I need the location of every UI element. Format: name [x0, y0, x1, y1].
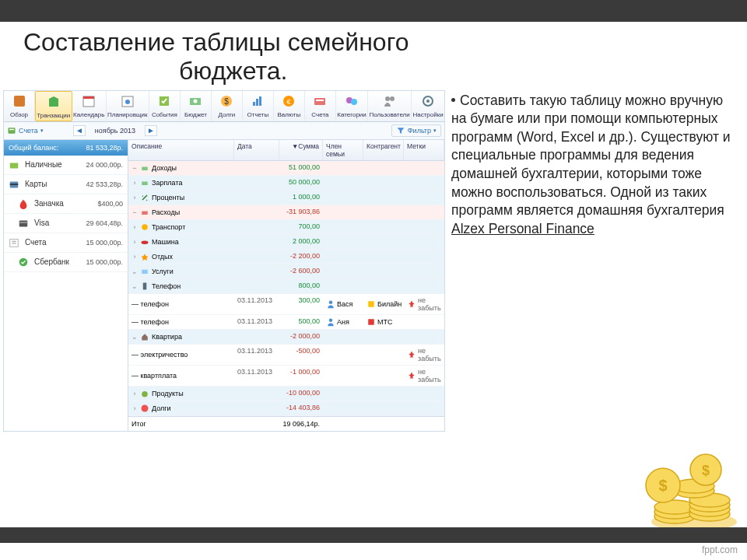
col-agent[interactable]: Контрагент — [363, 140, 404, 160]
toolbar-icon — [250, 93, 265, 109]
grid-row[interactable]: ⌄Квартира-2 000,00 — [128, 330, 444, 345]
col-tags[interactable]: Метки — [404, 140, 444, 160]
grid-row[interactable]: — телефон03.11.2013300,00ВасяБилайнне за… — [128, 294, 444, 315]
svg-point-22 — [426, 100, 430, 103]
toolbar-Транзакции[interactable]: Транзакции — [35, 91, 72, 121]
expand-icon[interactable]: › — [132, 253, 138, 261]
funnel-icon — [396, 126, 405, 135]
grid-row[interactable]: ›Машина2 000,00 — [128, 235, 444, 250]
svg-point-36 — [142, 240, 149, 244]
toolbar-icon — [188, 93, 203, 109]
month-label[interactable]: ноябрь 2013 — [89, 127, 142, 135]
coins-illustration: $ $ — [632, 448, 741, 534]
sidebar-account-Наличные[interactable]: Наличные24 000,00р. — [4, 156, 128, 175]
grid-row[interactable]: ›Транспорт700,00 — [128, 220, 444, 235]
toolbar-Календарь[interactable]: Календарь — [72, 91, 107, 121]
toolbar-icon — [382, 93, 398, 109]
svg-rect-11 — [256, 99, 258, 106]
expand-icon[interactable]: ⌄ — [132, 282, 138, 290]
grid-row[interactable]: ›Зарплата50 000,00 — [128, 176, 444, 191]
category-icon — [140, 282, 149, 291]
svg-rect-38 — [143, 282, 147, 289]
toolbar-События[interactable]: События — [149, 91, 181, 121]
toolbar-Валюты[interactable]: €Валюты — [274, 91, 305, 121]
col-sum[interactable]: ▼Сумма — [279, 140, 323, 160]
accounts-icon — [7, 126, 16, 135]
category-icon — [140, 237, 149, 247]
svg-point-35 — [142, 224, 148, 230]
expand-icon[interactable]: − — [132, 164, 138, 172]
svg-rect-16 — [316, 100, 324, 101]
toolbar-Пользователи[interactable]: Пользователи — [368, 91, 412, 121]
toolbar-Обзор[interactable]: Обзор — [4, 91, 35, 121]
col-description[interactable]: Описание — [128, 140, 234, 160]
svg-text:$: $ — [225, 97, 230, 106]
svg-rect-27 — [10, 184, 19, 185]
category-icon — [140, 267, 149, 276]
sidebar-account-Счета[interactable]: Счета15 000,00р. — [4, 233, 128, 253]
category-icon — [140, 252, 149, 261]
expand-icon[interactable]: ⌄ — [132, 268, 138, 275]
svg-rect-12 — [259, 96, 261, 106]
grid-row[interactable]: ›Проценты1 000,00 — [128, 191, 444, 205]
grid-row[interactable]: ›Отдых-2 200,00 — [128, 250, 444, 264]
account-icon — [18, 257, 29, 268]
toolbar-Отчеты[interactable]: Отчеты — [243, 91, 274, 121]
expand-icon[interactable]: ⌄ — [132, 333, 138, 341]
grid-row[interactable]: ›Продукты-10 000,00 — [128, 387, 444, 401]
svg-point-20 — [390, 96, 395, 101]
col-member[interactable]: Член семьи — [323, 140, 363, 160]
accounts-dropdown[interactable]: Счета ▾ — [7, 126, 44, 135]
sidebar-account-Карты[interactable]: Карты42 533,28р. — [4, 175, 128, 194]
article-text: Составить такую таблицу можно вручную на… — [451, 90, 739, 432]
toolbar-Настройки[interactable]: Настройки — [412, 91, 444, 121]
grid-row[interactable]: ›Долги-14 403,86 — [128, 401, 444, 416]
account-icon — [18, 218, 29, 229]
svg-point-44 — [142, 404, 149, 411]
category-icon — [140, 208, 149, 217]
next-month-button[interactable]: ► — [145, 125, 157, 136]
sidebar-account-Заначка[interactable]: Заначка$400,00 — [4, 194, 128, 214]
expand-icon[interactable]: › — [132, 390, 138, 397]
svg-rect-10 — [253, 102, 255, 106]
grid-row[interactable]: — квартплата03.11.2013-1 000,00не забыть — [128, 366, 444, 387]
svg-text:$: $ — [702, 463, 710, 478]
expand-icon[interactable]: › — [132, 194, 138, 201]
person-icon — [326, 299, 335, 309]
grid-row[interactable]: — телефон03.11.2013500,00АняМТС — [128, 315, 444, 330]
filter-button[interactable]: Фильтр ▾ — [391, 124, 441, 137]
footer-credit: fppt.com — [702, 544, 738, 555]
expand-icon[interactable]: › — [132, 223, 138, 231]
grid-row[interactable]: −Расходы-31 903,86 — [128, 205, 444, 220]
toolbar-Счета[interactable]: Счета — [305, 91, 336, 121]
svg-point-19 — [385, 96, 390, 101]
toolbar-icon: $ — [219, 93, 234, 109]
app-window: ОбзорТранзакцииКалендарьПланировщикСобыт… — [3, 90, 445, 432]
svg-point-43 — [142, 391, 148, 397]
agent-icon — [366, 317, 376, 327]
main-toolbar: ОбзорТранзакцииКалендарьПланировщикСобыт… — [4, 91, 444, 122]
grid-row[interactable]: ⌄Телефон800,00 — [128, 279, 444, 294]
toolbar-Бюджет[interactable]: Бюджет — [181, 91, 212, 121]
alzex-link[interactable]: Alzex Personal Finance — [451, 221, 594, 236]
sidebar: Общий баланс:81 533,28р. Наличные24 000,… — [4, 140, 128, 431]
prev-month-button[interactable]: ◄ — [73, 125, 86, 136]
expand-icon[interactable]: − — [132, 208, 138, 216]
expand-icon[interactable]: › — [132, 404, 138, 412]
sidebar-account-Сбербанк[interactable]: Сбербанк15 000,00р. — [4, 253, 128, 272]
toolbar-icon — [12, 93, 27, 109]
account-icon — [18, 198, 29, 209]
grid-row[interactable]: — электричество03.11.2013-500,00не забыт… — [128, 345, 444, 366]
toolbar-icon — [344, 93, 359, 109]
svg-text:€: € — [287, 98, 291, 106]
toolbar-Категории[interactable]: Категории — [336, 91, 368, 121]
agent-icon — [366, 299, 376, 309]
grid-row[interactable]: ⌄Услуги-2 600,00 — [128, 264, 444, 279]
expand-icon[interactable]: › — [132, 238, 138, 246]
toolbar-Планировщик[interactable]: Планировщик — [107, 91, 149, 121]
expand-icon[interactable]: › — [132, 179, 138, 187]
col-date[interactable]: Дата — [234, 140, 279, 160]
toolbar-Долги[interactable]: $Долги — [212, 91, 243, 121]
sidebar-account-Visa[interactable]: Visa29 604,48р. — [4, 214, 128, 233]
grid-row[interactable]: −Доходы51 000,00 — [128, 161, 444, 176]
